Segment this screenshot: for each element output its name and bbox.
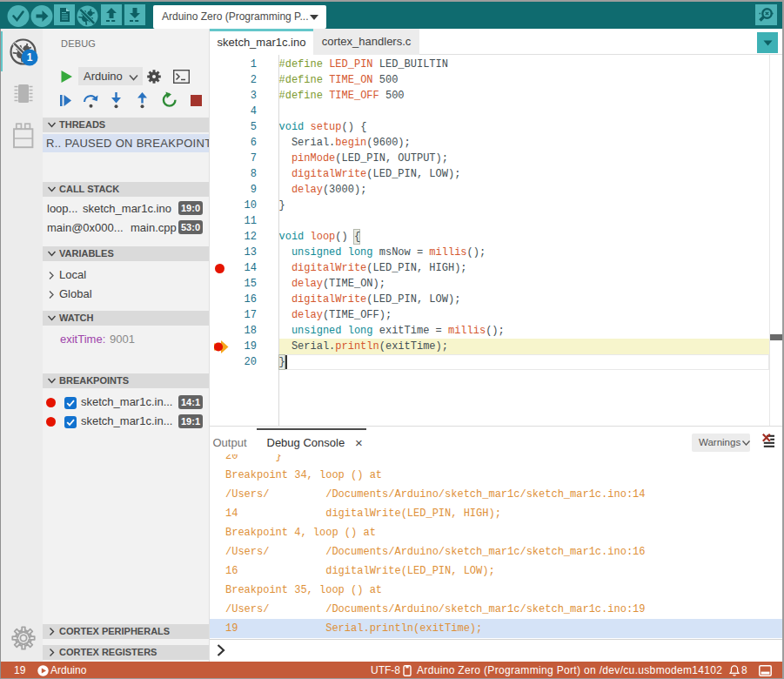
- svg-text:1: 1: [27, 51, 33, 64]
